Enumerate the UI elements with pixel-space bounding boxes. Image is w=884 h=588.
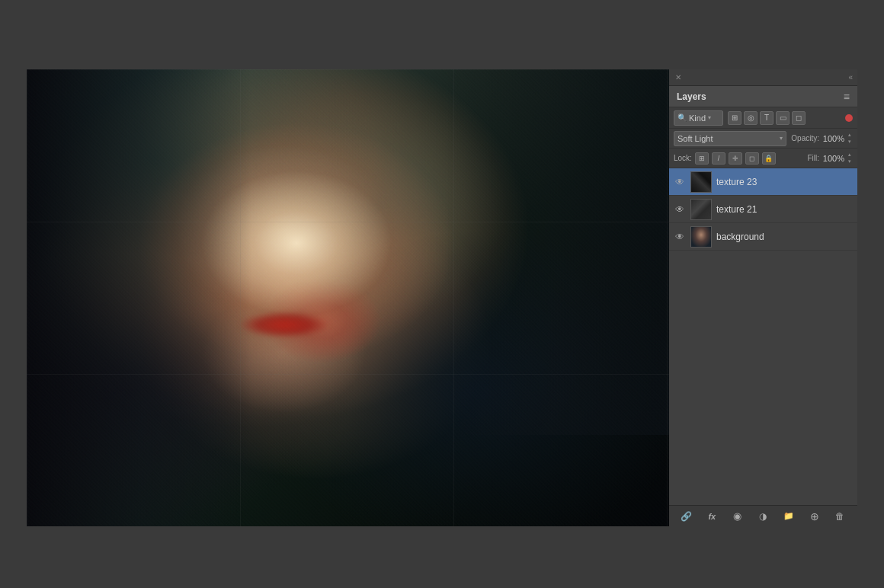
layer-thumbnail-texture21 (690, 199, 712, 220)
lock-artboards-button[interactable]: ◻ (745, 152, 759, 165)
filter-kind-label: Kind (689, 113, 706, 123)
lock-position-button[interactable]: ✛ (729, 152, 742, 165)
layers-panel-title: Layers (677, 91, 706, 102)
filter-kind-dropdown[interactable]: 🔍 Kind ▾ (674, 110, 723, 126)
grid-lines (27, 69, 669, 526)
layer-name-texture21: texture 21 (716, 204, 853, 215)
filter-adjust-icon[interactable]: ◎ (744, 111, 757, 125)
layers-menu-icon[interactable]: ≡ (844, 91, 850, 103)
layer-item-texture23[interactable]: 👁 texture 23 (669, 168, 857, 196)
opacity-arrow-down[interactable]: ▾ (847, 139, 853, 145)
filter-type-icon[interactable]: T (760, 111, 774, 125)
layers-panel: ✕ « Layers ≡ 🔍 Kind ▾ ⊞ ◎ T ▭ (669, 69, 857, 526)
blend-mode-dropdown[interactable]: Soft Light ▾ (674, 131, 786, 146)
opacity-arrow-up[interactable]: ▴ (847, 132, 853, 138)
fill-group: Fill: 100% ▴ ▾ (807, 152, 853, 165)
blend-mode-value: Soft Light (677, 134, 713, 143)
filter-shape-icon[interactable]: ▭ (776, 111, 790, 125)
layers-toolbar: 🔗 fx ◉ ◑ 📁 ⊕ 🗑 (669, 505, 857, 526)
layer-thumbnail-background (690, 226, 712, 248)
fill-arrow-up[interactable]: ▴ (847, 152, 853, 158)
layer-visibility-background[interactable]: 👁 (674, 232, 686, 242)
hair-left-overlay (27, 69, 251, 526)
delete-layer-button[interactable]: 🗑 (831, 509, 848, 524)
panel-close-button[interactable]: ✕ (674, 73, 683, 82)
app-container: ✕ « Layers ≡ 🔍 Kind ▾ ⊞ ◎ T ▭ (27, 69, 857, 526)
lock-pixels-button[interactable]: ⊞ (695, 152, 709, 165)
fill-arrow-down[interactable]: ▾ (847, 158, 853, 165)
add-layer-mask-button[interactable]: ◉ (729, 509, 746, 524)
layer-name-background: background (716, 232, 853, 242)
filter-row: 🔍 Kind ▾ ⊞ ◎ T ▭ ◻ (669, 107, 857, 129)
thumb-texture21-image (691, 200, 711, 219)
new-layer-button[interactable]: ⊕ (806, 509, 823, 524)
layer-item-background[interactable]: 👁 background (669, 223, 857, 251)
layer-visibility-texture23[interactable]: 👁 (674, 177, 686, 187)
thumb-texture23-image (691, 172, 711, 192)
lock-image-button[interactable]: / (712, 152, 725, 165)
blend-mode-row: Soft Light ▾ Opacity: 100% ▴ ▾ (669, 129, 857, 149)
lock-label: Lock: (674, 154, 692, 162)
layer-item-texture21[interactable]: 👁 texture 21 (669, 196, 857, 223)
fill-label: Fill: (807, 154, 819, 162)
filter-icons-group: ⊞ ◎ T ▭ ◻ (728, 111, 806, 125)
layers-list[interactable]: 👁 texture 23 👁 texture 21 👁 (669, 168, 857, 505)
layer-visibility-texture21[interactable]: 👁 (674, 204, 686, 215)
thumb-background-image (691, 227, 711, 247)
blend-mode-arrow: ▾ (780, 135, 783, 142)
layer-thumbnail-texture23 (690, 171, 712, 193)
fill-arrows: ▴ ▾ (847, 152, 853, 165)
opacity-label: Opacity: (791, 134, 819, 142)
fill-value[interactable]: 100% (822, 154, 844, 163)
link-layers-button[interactable]: 🔗 (678, 509, 695, 524)
filter-active-dot (845, 114, 853, 122)
panel-header-bar: ✕ « (669, 69, 857, 86)
filter-smart-icon[interactable]: ◻ (792, 111, 806, 125)
lock-row: Lock: ⊞ / ✛ ◻ 🔒 Fill: 100% ▴ ▾ (669, 149, 857, 168)
canvas-image (27, 69, 669, 526)
canvas-area (27, 69, 669, 526)
new-adjustment-button[interactable]: ◑ (754, 509, 771, 524)
layers-title-bar: Layers ≡ (669, 86, 857, 107)
noise-overlay (27, 69, 669, 526)
opacity-group: Opacity: 100% ▴ ▾ (791, 132, 853, 145)
panel-expand-button[interactable]: « (848, 73, 853, 81)
lock-all-button[interactable]: 🔒 (762, 152, 776, 165)
layer-name-texture23: texture 23 (716, 177, 853, 187)
add-layer-style-button[interactable]: fx (703, 509, 720, 524)
filter-kind-arrow: ▾ (708, 114, 711, 121)
search-icon: 🔍 (677, 113, 687, 122)
hair-right-overlay (444, 69, 669, 435)
layers-panel-body: Layers ≡ 🔍 Kind ▾ ⊞ ◎ T ▭ ◻ (669, 86, 857, 526)
lips-element (239, 312, 330, 338)
new-group-button[interactable]: 📁 (780, 509, 797, 524)
opacity-arrows: ▴ ▾ (847, 132, 853, 145)
filter-pixel-icon[interactable]: ⊞ (728, 111, 741, 125)
opacity-value[interactable]: 100% (822, 134, 844, 143)
